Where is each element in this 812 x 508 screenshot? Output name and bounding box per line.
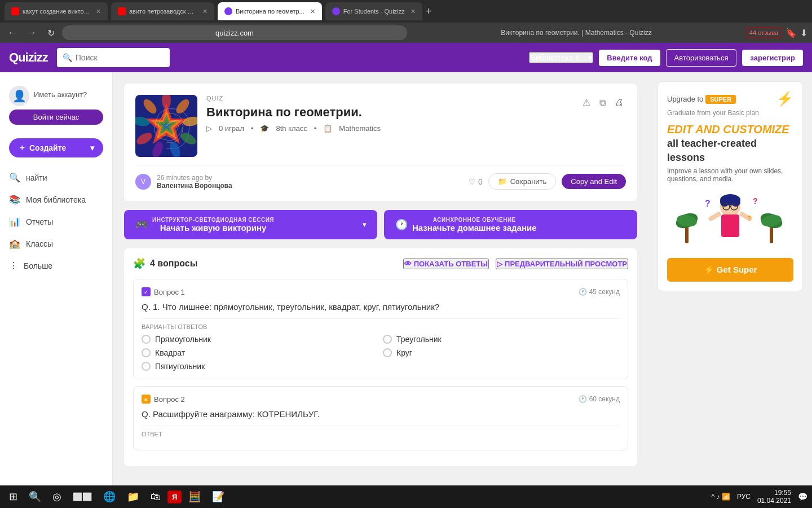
- back-button[interactable]: ←: [5, 25, 20, 41]
- upgrade-header: Upgrade to SUPER ⚡: [667, 91, 793, 107]
- start-live-quiz-button[interactable]: 🎮 ИНСТРУКТОР-СВЕТОДИОДНАЯ СЕССИЯ Начать …: [124, 210, 377, 239]
- cortana-button[interactable]: ◎: [48, 488, 66, 505]
- search-input[interactable]: [76, 53, 155, 62]
- page-title-bar: Викторина по геометрии. | Mathematics - …: [411, 29, 742, 37]
- q1-time: 🕐 45 секунд: [579, 288, 620, 296]
- tab-2-close[interactable]: ✕: [202, 8, 208, 15]
- like-button[interactable]: ♡ 0: [469, 177, 483, 186]
- taskview-button[interactable]: ⬜⬜: [68, 490, 96, 503]
- tab-2-label: авито петрозаводск — Я...: [129, 8, 197, 15]
- subject-icon: 📋: [323, 124, 332, 133]
- browser-toolbar: ← → ↻ Викторина по геометрии. | Mathemat…: [0, 23, 812, 43]
- tab-4[interactable]: For Students - Quizizz ✕: [325, 2, 422, 20]
- dropdown-arrow-icon: ▾: [363, 221, 366, 229]
- played-icon: ▷: [206, 124, 212, 133]
- clock-icon-q2: 🕐: [579, 395, 587, 403]
- sidebar-item-classes[interactable]: 🏫 Классы: [0, 233, 112, 255]
- tab-1[interactable]: кахут создание викторин... ✕: [5, 2, 108, 20]
- download-icon[interactable]: ⬇: [800, 28, 807, 38]
- question-card-2: ≡ Вопрос 2 🕐 60 секунд Q. Расшифруйте ан…: [133, 386, 628, 450]
- answer-5-text: Пятиугольник: [155, 362, 205, 371]
- q1-answers-label: Варианты ответов: [142, 318, 620, 330]
- search-taskbar-button[interactable]: 🔍: [24, 488, 46, 505]
- tab-1-close[interactable]: ✕: [96, 8, 101, 15]
- account-label: Иметь аккаунт?: [34, 90, 87, 99]
- tab-2[interactable]: авито петрозаводск — Я... ✕: [111, 2, 214, 20]
- likes-count: 0: [478, 177, 483, 186]
- register-button[interactable]: зарегистрир: [742, 50, 803, 66]
- answer-1-text: Прямоугольник: [155, 335, 211, 344]
- gamepad-icon: 🎮: [135, 218, 148, 231]
- create-button[interactable]: ＋ Создайте ▾: [9, 138, 103, 157]
- find-icon: 🔍: [9, 172, 20, 183]
- upgrade-subtitle: Graduate from your Basic plan: [667, 109, 793, 117]
- questions-section: 🧩 4 вопросы 👁 ПОКАЗАТЬ ОТВЕТЫ ▷ ПРЕДВАРИ…: [124, 248, 637, 466]
- quiz-title: Викторина по геометрии.: [206, 105, 381, 120]
- tab-3[interactable]: Викторина по геометр... ✕: [218, 2, 322, 20]
- logo: Quizizz: [9, 50, 48, 65]
- folder-icon: 📁: [498, 177, 507, 186]
- answer-option-4: Круг: [383, 348, 620, 357]
- tab-3-close[interactable]: ✕: [310, 8, 315, 15]
- answer-option-5: Пятиугольник: [142, 362, 378, 371]
- print-button[interactable]: 🖨: [612, 95, 626, 110]
- radio-1: [142, 335, 151, 344]
- sidebar-reports-label: Отчеты: [26, 217, 53, 226]
- library-button[interactable]: Библиотека в... ▾: [529, 52, 593, 63]
- radio-3: [142, 348, 151, 357]
- assign-homework-button[interactable]: 🕐 АСИНХРОННОЕ ОБУЧЕНИЕ Назначьте домашне…: [384, 210, 637, 239]
- answer-4-text: Круг: [396, 348, 412, 357]
- yandex-taskbar[interactable]: Я: [167, 491, 182, 503]
- copy-edit-button[interactable]: Copy and Edit: [562, 174, 626, 189]
- login-now-button[interactable]: Войти сейчас: [9, 110, 103, 125]
- quiz-info: QUIZ Викторина по геометрии. ▷ 0 играл •…: [206, 95, 626, 133]
- classes-icon: 🏫: [9, 238, 20, 249]
- word-taskbar[interactable]: 📝: [208, 488, 229, 505]
- store-taskbar[interactable]: 🛍: [146, 489, 165, 505]
- q1-type-badge: ✓ Вопрос 1: [142, 287, 185, 296]
- windows-button[interactable]: ⊞: [5, 488, 22, 505]
- sidebar-item-more[interactable]: ⋮ Больше: [0, 255, 112, 277]
- clock-time: 19:55: [757, 489, 791, 497]
- tab-3-label: Викторина по геометр...: [236, 8, 304, 15]
- calc-taskbar[interactable]: 🧮: [184, 488, 205, 505]
- address-bar[interactable]: [62, 25, 407, 40]
- q1-header: ✓ Вопрос 1 🕐 45 секунд: [142, 287, 620, 296]
- sidebar-item-library[interactable]: 📚 Моя библиотека: [0, 189, 112, 211]
- tab-4-close[interactable]: ✕: [411, 8, 416, 15]
- login-button[interactable]: Авторизоваться: [666, 49, 737, 67]
- enter-code-button[interactable]: Введите код: [599, 50, 660, 66]
- quiz-author-row: V 26 minutes ago by Валентина Воронцова …: [135, 165, 626, 190]
- svg-rect-28: [708, 211, 722, 222]
- svg-point-23: [720, 198, 729, 207]
- notification-icon[interactable]: 💬: [798, 492, 807, 501]
- sidebar-item-reports[interactable]: 📊 Отчеты: [0, 211, 112, 233]
- create-chevron-icon: ▾: [90, 143, 94, 152]
- report-button[interactable]: ⚠: [580, 95, 593, 110]
- search-bar[interactable]: 🔍: [57, 48, 170, 67]
- edge-taskbar[interactable]: 🌐: [99, 488, 120, 505]
- sidebar-item-find[interactable]: 🔍 найти: [0, 167, 112, 189]
- action-buttons-row: 🎮 ИНСТРУКТОР-СВЕТОДИОДНАЯ СЕССИЯ Начать …: [124, 210, 637, 239]
- tab-3-favicon: [224, 7, 232, 15]
- author-time: 26 minutes ago by: [157, 174, 212, 182]
- explorer-taskbar[interactable]: 📁: [122, 488, 144, 505]
- q2-time: 🕐 60 секунд: [579, 395, 620, 403]
- show-answers-button[interactable]: 👁 ПОКАЗАТЬ ОТВЕТЫ: [403, 259, 489, 269]
- bookmark-icon[interactable]: 🔖: [785, 28, 797, 38]
- quiz-icon: 🧩: [133, 257, 145, 270]
- get-super-button[interactable]: ⚡ Get Super: [667, 258, 793, 282]
- new-tab-button[interactable]: +: [426, 6, 432, 17]
- refresh-button[interactable]: ↻: [43, 25, 59, 41]
- dot-separator-2: •: [314, 124, 317, 133]
- lang-indicator: РУС: [737, 493, 751, 501]
- checkbox-icon: ✓: [142, 287, 151, 296]
- clock-date: 01.04.2021: [757, 497, 791, 505]
- copy-button[interactable]: ⧉: [597, 95, 608, 110]
- preview-button[interactable]: ▷ ПРЕДВАРИТЕЛЬНЫЙ ПРОСМОТР: [496, 259, 628, 269]
- forward-button[interactable]: →: [24, 25, 39, 41]
- clock-icon-q1: 🕐: [579, 288, 587, 296]
- taskbar: ⊞ 🔍 ◎ ⬜⬜ 🌐 📁 🛍 Я 🧮 📝 ^ ♪ 📶 РУС 19:55 01.…: [0, 485, 812, 508]
- answer-2-text: Треугольник: [396, 335, 442, 344]
- save-button[interactable]: 📁 Сохранить: [488, 173, 557, 190]
